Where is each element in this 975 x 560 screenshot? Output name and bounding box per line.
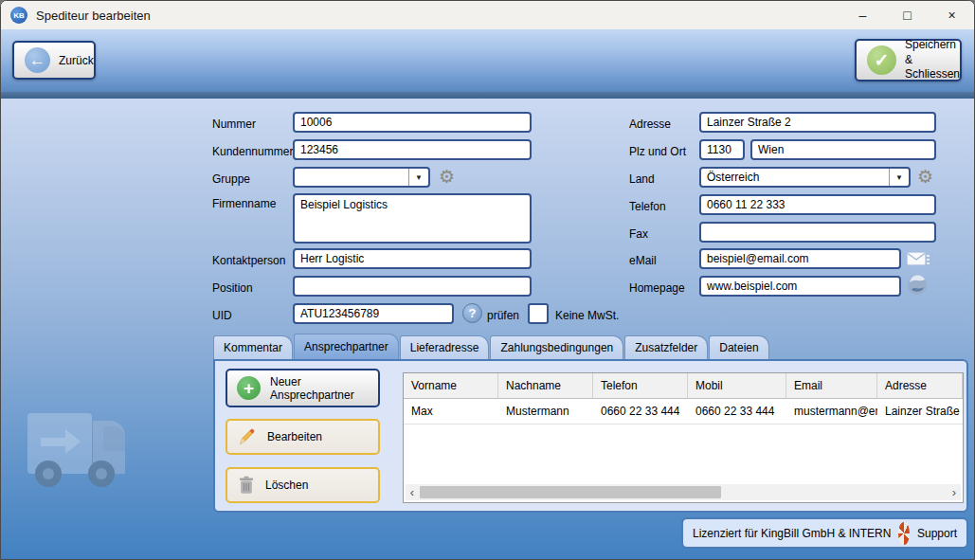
back-arrow-icon: ← (25, 47, 50, 73)
fax-label: Fax (629, 227, 648, 241)
nummer-input[interactable] (293, 112, 532, 133)
title-bar: KB Spediteur bearbeiten – □ × (1, 1, 974, 29)
save-close-button[interactable]: ✓ Speichern & Schliessen (855, 39, 962, 81)
license-box: Lizenziert für KingBill GmbH & INTERN Su… (681, 517, 968, 549)
header-email[interactable]: Email (786, 373, 877, 399)
truck-watermark-icon (1, 402, 172, 506)
new-contact-label: Neuer Ansprechpartner (270, 375, 369, 402)
tab-kommentar[interactable]: Kommentar (213, 335, 293, 359)
telefon-label: Telefon (629, 200, 666, 213)
back-button[interactable]: ← Zurück (12, 41, 96, 80)
plus-icon: + (237, 376, 261, 400)
header-mobil[interactable]: Mobil (688, 373, 786, 399)
scroll-right-icon[interactable]: › (948, 486, 961, 498)
firmenname-textarea[interactable]: Beispiel Logistics (293, 193, 532, 244)
edit-contact-button[interactable]: Bearbeiten (226, 419, 380, 455)
cell-telefon: 0660 22 33 444 (593, 399, 688, 425)
position-label: Position (212, 281, 253, 295)
homepage-input[interactable] (699, 276, 901, 297)
land-dropdown[interactable]: Österreich ▼ (699, 167, 911, 188)
content-area: Nummer Kundennummer Gruppe ▼ ⚙ Firmennam… (1, 99, 974, 559)
app-window: KB Spediteur bearbeiten – □ × ← Zurück ✓… (0, 0, 975, 560)
land-label: Land (629, 172, 655, 186)
land-selected-value: Österreich (701, 171, 889, 184)
header-nachname[interactable]: Nachname (498, 373, 593, 399)
nummer-label: Nummer (212, 117, 256, 131)
close-button[interactable]: × (930, 1, 974, 29)
cell-email: mustermann@ema (786, 399, 877, 425)
kontaktperson-label: Kontaktperson (212, 254, 285, 267)
firmenname-label: Firmenname (212, 197, 276, 210)
keine-mwst-checkbox[interactable] (528, 303, 549, 324)
support-lifebuoy-icon[interactable] (898, 522, 910, 545)
uid-input[interactable] (293, 303, 454, 324)
minimize-button[interactable]: – (840, 1, 885, 29)
cell-mobil: 0660 22 33 444 (688, 399, 786, 425)
app-logo-icon: KB (10, 7, 27, 24)
license-text: Lizenziert für KingBill GmbH & INTERN (693, 527, 891, 540)
kontaktperson-input[interactable] (293, 248, 532, 269)
pruefen-label: prüfen (487, 309, 519, 322)
horizontal-scrollbar[interactable]: ‹ › (406, 484, 961, 500)
uid-label: UID (212, 309, 232, 322)
scrollbar-thumb[interactable] (420, 486, 721, 498)
new-contact-button[interactable]: + Neuer Ansprechpartner (226, 369, 380, 407)
pencil-icon (237, 426, 258, 447)
back-button-label: Zurück (59, 54, 94, 67)
header-vorname[interactable]: Vorname (404, 373, 498, 399)
telefon-input[interactable] (699, 194, 936, 215)
homepage-label: Homepage (629, 281, 685, 295)
window-controls: – □ × (840, 1, 974, 29)
tab-zusatzfelder[interactable]: Zusatzfelder (624, 335, 708, 359)
delete-contact-button[interactable]: Löschen (226, 467, 380, 503)
position-input[interactable] (293, 276, 532, 297)
tab-zahlungsbedingungen[interactable]: Zahlungsbedingungen (490, 335, 623, 359)
maximize-button[interactable]: □ (885, 1, 930, 29)
window-title: Spediteur bearbeiten (36, 9, 151, 23)
header-telefon[interactable]: Telefon (593, 373, 688, 399)
scroll-left-icon[interactable]: ‹ (406, 486, 419, 498)
save-button-label: Speichern & Schliessen (905, 38, 960, 82)
gruppe-dropdown[interactable]: ▼ (293, 167, 430, 188)
checkmark-icon: ✓ (867, 45, 896, 75)
toolbar-divider (1, 92, 974, 99)
detail-tabs: Kommentar Ansprechpartner Lieferadresse … (213, 335, 769, 359)
cell-adresse: Lainzer Straße 2 (877, 399, 963, 425)
edit-contact-label: Bearbeiten (267, 430, 322, 443)
tab-dateien[interactable]: Dateien (709, 335, 768, 359)
kundennummer-input[interactable] (293, 139, 532, 160)
support-label[interactable]: Support (917, 527, 957, 540)
send-email-envelope-icon[interactable] (907, 252, 930, 267)
tab-ansprechpartner[interactable]: Ansprechpartner (294, 334, 399, 359)
contacts-table-header: Vorname Nachname Telefon Mobil Email Adr… (404, 373, 963, 399)
plz-ort-label: Plz und Ort (629, 145, 686, 158)
gruppe-label: Gruppe (212, 172, 250, 186)
ort-input[interactable] (750, 139, 936, 160)
tab-lieferadresse[interactable]: Lieferadresse (400, 335, 490, 359)
email-input[interactable] (699, 248, 901, 269)
delete-contact-label: Löschen (265, 479, 308, 492)
adresse-input[interactable] (699, 112, 936, 133)
toolbar: ← Zurück ✓ Speichern & Schliessen (1, 29, 974, 92)
email-label: eMail (629, 254, 657, 267)
gruppe-settings-gear-icon[interactable]: ⚙ (439, 168, 455, 186)
chevron-down-icon: ▼ (408, 169, 428, 186)
keine-mwst-label: Keine MwSt. (555, 309, 619, 322)
cell-vorname: Max (404, 399, 498, 425)
plz-input[interactable] (699, 139, 745, 160)
contacts-table: Vorname Nachname Telefon Mobil Email Adr… (403, 372, 964, 503)
land-settings-gear-icon[interactable]: ⚙ (917, 168, 933, 186)
cell-nachname: Mustermann (498, 399, 593, 425)
table-row[interactable]: Max Mustermann 0660 22 33 444 0660 22 33… (404, 399, 963, 425)
adresse-label: Adresse (629, 117, 671, 131)
header-adresse[interactable]: Adresse (877, 373, 963, 399)
chevron-down-icon: ▼ (889, 169, 909, 186)
open-homepage-globe-icon[interactable] (907, 275, 928, 296)
trash-icon (237, 475, 256, 496)
kundennummer-label: Kundennummer (212, 145, 293, 158)
uid-check-question-icon[interactable]: ? (462, 303, 482, 323)
fax-input[interactable] (699, 222, 936, 243)
